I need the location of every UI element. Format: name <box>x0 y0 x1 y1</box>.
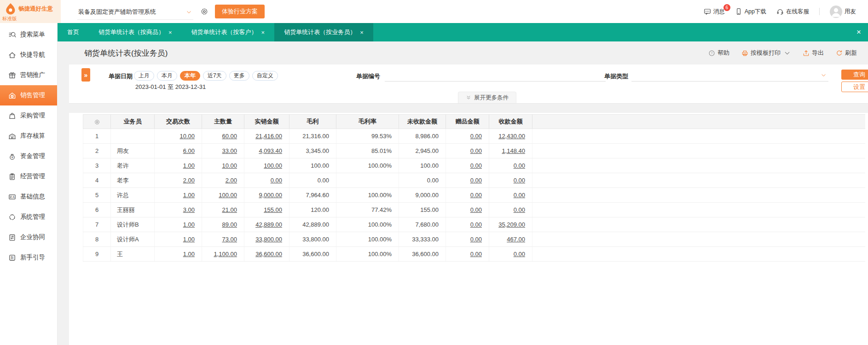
system-dropdown[interactable]: 装备及固定资产辅助管理系统 <box>77 8 193 20</box>
drilldown-link-cell[interactable]: 1,100.00 <box>202 247 244 262</box>
drilldown-link-cell[interactable]: 33,800.00 <box>244 232 289 247</box>
drilldown-link-cell[interactable]: 0.00 <box>446 173 489 188</box>
tab[interactable]: 销货单统计表（按业务员） × <box>274 23 373 41</box>
column-header[interactable]: 毛利率 <box>336 115 399 129</box>
drilldown-link-cell[interactable]: 33.00 <box>202 144 244 158</box>
export-button[interactable]: 导出 <box>803 49 824 57</box>
drilldown-link-cell[interactable]: 0.00 <box>446 203 489 217</box>
expand-more-button[interactable]: 展开更多条件 <box>458 92 516 103</box>
messages-button[interactable]: 消息 6 <box>704 8 725 16</box>
column-header[interactable]: 收款金额 <box>489 115 532 129</box>
help-button[interactable]: ? 帮助 <box>708 49 729 57</box>
sidebar-item[interactable]: A 基础信息 <box>0 187 57 207</box>
drilldown-link-cell[interactable]: 21.00 <box>202 203 244 217</box>
tab[interactable]: 首页 × <box>58 23 89 41</box>
drilldown-link-cell[interactable]: 9,000.00 <box>244 188 289 203</box>
gear-icon[interactable] <box>200 7 208 16</box>
tab-close-icon[interactable]: × <box>360 29 364 35</box>
sidebar-item[interactable]: 系统管理 <box>0 207 57 227</box>
drilldown-link-cell[interactable]: 10.00 <box>202 158 244 173</box>
tab[interactable]: 销货单统计表（按商品） × <box>89 23 182 41</box>
tab-close-icon[interactable]: × <box>261 29 265 35</box>
drilldown-link-cell[interactable]: 1.00 <box>155 217 202 232</box>
date-pill[interactable]: 本月 <box>157 71 177 81</box>
drilldown-link-cell[interactable]: 0.00 <box>446 232 489 247</box>
drilldown-link-cell[interactable]: 0.00 <box>446 188 489 203</box>
drilldown-link-cell[interactable]: 0.00 <box>446 129 489 144</box>
drilldown-link-cell[interactable]: 1,148.40 <box>489 144 532 158</box>
drilldown-link-cell[interactable]: 1.00 <box>155 247 202 262</box>
column-header[interactable]: 主数量 <box>202 115 244 129</box>
drilldown-link-cell[interactable]: 10.00 <box>155 129 202 144</box>
date-range-value[interactable]: 2023-01-01 至 2023-12-31 <box>135 83 206 91</box>
doc-no-input[interactable] <box>385 70 606 82</box>
drilldown-link-cell[interactable]: 0.00 <box>446 144 489 158</box>
sidebar-item[interactable]: 企业协同 <box>0 227 57 247</box>
tab-close-icon[interactable]: × <box>168 29 172 35</box>
drilldown-link-cell[interactable]: 6.00 <box>155 144 202 158</box>
sidebar-item[interactable]: 搜索菜单 <box>0 24 57 45</box>
refresh-button[interactable]: 刷新 <box>836 49 857 57</box>
sidebar-item[interactable]: 经营管理 <box>0 166 57 187</box>
drilldown-link-cell[interactable]: 12,430.00 <box>489 129 532 144</box>
drilldown-link-cell[interactable]: 0.00 <box>244 173 289 188</box>
tab[interactable]: 销货单统计表（按客户） × <box>182 23 275 41</box>
date-pill[interactable]: 更多 <box>229 71 249 81</box>
date-pill[interactable]: 自定义 <box>252 71 278 81</box>
drilldown-link-cell[interactable]: 73.00 <box>202 232 244 247</box>
drilldown-link-cell[interactable]: 100.00 <box>244 158 289 173</box>
trial-industry-button[interactable]: 体验行业方案 <box>215 5 265 18</box>
app-download-button[interactable]: App下载 <box>735 8 766 16</box>
date-pill[interactable]: 近7天 <box>203 71 226 81</box>
sidebar-item[interactable]: 营销推广 <box>0 65 57 85</box>
date-pill[interactable]: 上月 <box>134 71 154 81</box>
drilldown-link-cell[interactable]: 3.00 <box>155 203 202 217</box>
drilldown-link-cell[interactable]: 0.00 <box>446 247 489 262</box>
drilldown-link-cell[interactable]: 0.00 <box>489 188 532 203</box>
drilldown-link-cell[interactable]: 4,093.40 <box>244 144 289 158</box>
drilldown-link-cell[interactable]: 0.00 <box>489 247 532 262</box>
column-header[interactable]: 毛利 <box>289 115 336 129</box>
drilldown-link-cell[interactable]: 35,209.00 <box>489 217 532 232</box>
drilldown-link-cell[interactable]: 100.00 <box>202 188 244 203</box>
column-header[interactable]: 交易次数 <box>155 115 202 129</box>
sidebar-item[interactable]: 新 新手引导 <box>0 247 57 268</box>
collapse-filter-button[interactable]: » <box>81 68 90 82</box>
column-header[interactable]: 未收款金额 <box>399 115 446 129</box>
online-service-button[interactable]: 在线客服 <box>776 8 809 16</box>
user-menu[interactable]: 用友 <box>830 6 856 18</box>
drilldown-link-cell[interactable]: 1.00 <box>155 158 202 173</box>
settings-button[interactable]: 设置 <box>841 82 868 92</box>
date-pill[interactable]: 本年 <box>180 71 200 81</box>
drilldown-link-cell[interactable]: 0.00 <box>489 173 532 188</box>
doc-type-select[interactable] <box>631 70 828 82</box>
drilldown-link-cell[interactable]: 155.00 <box>244 203 289 217</box>
column-settings-button[interactable] <box>83 115 111 129</box>
drilldown-link-cell[interactable]: 467.00 <box>489 232 532 247</box>
column-header[interactable]: 业务员 <box>111 115 155 129</box>
drilldown-link-cell[interactable]: 0.00 <box>489 203 532 217</box>
drilldown-link-cell[interactable]: 0.00 <box>446 217 489 232</box>
sidebar-item[interactable]: 库存核算 <box>0 126 57 146</box>
column-header[interactable]: 实销金额 <box>244 115 289 129</box>
drilldown-link-cell[interactable]: 0.00 <box>489 158 532 173</box>
drilldown-link-cell[interactable]: 36,600.00 <box>244 247 289 262</box>
brand-logo[interactable]: 畅捷通好生意 标准版 <box>0 0 61 23</box>
sidebar-item[interactable]: $ 销售管理 <box>0 85 57 105</box>
sidebar-item[interactable]: 快捷导航 <box>0 45 57 65</box>
close-all-tabs-icon[interactable]: × <box>856 23 861 41</box>
query-button[interactable]: 查询 <box>841 70 868 80</box>
drilldown-link-cell[interactable]: 1.00 <box>155 188 202 203</box>
drilldown-link-cell[interactable]: 2.00 <box>155 173 202 188</box>
print-by-template-button[interactable]: 按模板打印 <box>741 49 791 57</box>
drilldown-link-cell[interactable]: 42,889.00 <box>244 217 289 232</box>
drilldown-link-cell[interactable]: 1.00 <box>155 232 202 247</box>
drilldown-link-cell[interactable]: 21,416.00 <box>244 129 289 144</box>
column-header[interactable]: 赠品金额 <box>446 115 489 129</box>
drilldown-link-cell[interactable]: 2.00 <box>202 173 244 188</box>
sidebar-item[interactable]: ¥ 资金管理 <box>0 146 57 166</box>
sidebar-item[interactable]: 采购管理 <box>0 105 57 126</box>
drilldown-link-cell[interactable]: 89.00 <box>202 217 244 232</box>
drilldown-link-cell[interactable]: 60.00 <box>202 129 244 144</box>
drilldown-link-cell[interactable]: 0.00 <box>446 158 489 173</box>
